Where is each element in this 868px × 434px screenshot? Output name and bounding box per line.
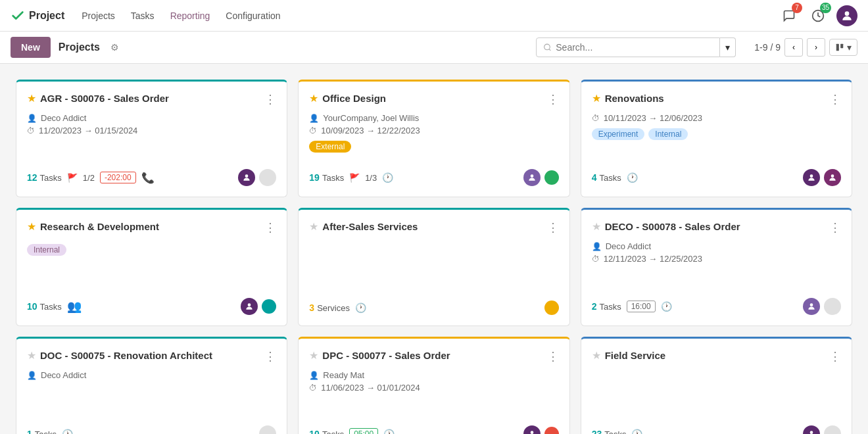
svg-point-6 [245,174,249,178]
card-title: Renovations [605,93,664,104]
star-icon[interactable]: ★ [309,220,318,233]
star-icon[interactable]: ★ [309,92,318,105]
count-number: 2 [592,301,597,312]
new-button[interactable]: New [11,37,51,58]
star-icon[interactable]: ★ [27,349,36,362]
search-icon [543,43,552,52]
svg-point-13 [810,431,813,434]
card-meta: 👤 Deco Addict [27,370,276,380]
card-footer: 12 Tasks 🚩 1/2 -202:00 📞 [27,164,276,186]
card-menu-icon[interactable]: ⋮ [829,220,841,235]
card-menu-icon[interactable]: ⋮ [547,92,559,107]
star-icon[interactable]: ★ [592,220,601,233]
prev-page-button[interactable]: ‹ [784,38,803,57]
clock-button[interactable]: 35 [808,5,829,26]
avatar [803,425,820,434]
nav-link-tasks[interactable]: Tasks [130,8,156,24]
pagination-text: 1-9 / 9 [754,42,781,53]
nav-link-configuration[interactable]: Configuration [224,8,281,24]
star-icon[interactable]: ★ [592,92,601,105]
card-menu-icon[interactable]: ⋮ [829,349,841,364]
tasks-count: 1 Tasks [27,429,57,434]
messages-button[interactable]: 7 [779,5,800,26]
footer-right [803,425,841,434]
count-label: Tasks [599,302,621,312]
card-menu-icon[interactable]: ⋮ [264,92,276,107]
messages-badge: 7 [792,3,802,13]
card-menu-icon[interactable]: ⋮ [547,220,559,235]
clock-badge: 35 [820,3,831,13]
phone-icon: 📞 [141,172,155,184]
project-card: ★ Office Design ⋮ 👤 YourCompany, Joel Wi… [298,80,569,197]
meta-dates: ⏱ 10/11/2023 → 12/06/2023 [592,113,841,123]
count-label: Tasks [322,429,344,435]
svg-point-2 [544,44,550,50]
clock-icon: 🕐 [382,172,393,183]
date-range: 11/20/2023 → 01/15/2024 [39,126,137,135]
svg-point-11 [810,303,813,306]
meta-customer: 👤 Ready Mat [309,370,558,380]
star-icon[interactable]: ★ [592,349,601,362]
nav-link-projects[interactable]: Projects [80,8,116,24]
card-header: ★ After-Sales Services ⋮ [309,220,558,235]
card-header: ★ Office Design ⋮ [309,92,558,107]
footer-right [238,169,276,186]
count-number: 10 [309,429,320,434]
star-icon[interactable]: ★ [27,92,36,105]
tasks-count: 23 Tasks [592,429,627,434]
avatar-placeholder [824,298,841,315]
tasks-count: 2 Tasks [592,301,621,312]
people-icon: 👥 [67,299,82,314]
nav-link-reporting[interactable]: Reporting [169,8,212,24]
next-page-button[interactable]: › [807,38,825,57]
card-meta: 👤 Deco Addict ⏱ 11/20/2023 → 01/15/2024 [27,113,276,135]
clock-icon: 🕐 [62,429,73,434]
tags-row: Experiment Internal [592,128,841,140]
search-dropdown[interactable]: ▾ [720,37,736,57]
count-label: Tasks [599,173,621,183]
tags-row: Internal [27,244,276,256]
date-icon: ⏱ [309,383,317,393]
count-label: Tasks [40,173,62,183]
tag-internal: Internal [648,128,688,140]
footer-left: 1 Tasks 🕐 [27,429,73,434]
meta-customer: 👤 Deco Addict [592,241,841,251]
app-logo[interactable]: Project [11,9,64,23]
footer-right [803,298,841,315]
card-footer: 4 Tasks 🕐 [592,164,841,186]
card-menu-icon[interactable]: ⋮ [547,349,559,364]
card-header: ★ DOC - S00075 - Renovation Architect ⋮ [27,349,276,364]
meta-customer: 👤 Deco Addict [27,370,276,380]
settings-icon[interactable]: ⚙ [110,42,119,53]
person-icon: 👤 [27,371,37,380]
star-icon[interactable]: ★ [27,220,36,233]
card-footer: 19 Tasks 🚩 1/3 🕐 [309,164,558,186]
card-title: Research & Development [40,221,159,232]
view-toggle[interactable]: ▾ [829,39,857,56]
page-title: Projects [59,41,100,53]
avatar [523,425,541,434]
card-menu-icon[interactable]: ⋮ [264,220,276,235]
svg-line-3 [549,49,550,51]
count-label: Tasks [322,173,344,183]
footer-left: 10 Tasks 05:00 🕐 [309,428,395,434]
avatar [803,169,820,186]
count-number: 12 [27,172,37,183]
top-navigation: Project Projects Tasks Reporting Configu… [0,0,868,32]
date-range: 10/09/2023 → 12/22/2023 [321,126,420,135]
user-avatar[interactable] [836,5,857,26]
project-card: ★ After-Sales Services ⋮ 3 Services 🕐 [298,208,569,326]
card-menu-icon[interactable]: ⋮ [829,92,841,107]
svg-point-9 [831,174,834,178]
meta-dates: ⏱ 10/09/2023 → 12/22/2023 [309,126,558,135]
person-icon: 👤 [309,114,319,123]
card-title: Field Service [605,350,666,361]
star-icon[interactable]: ★ [309,349,318,362]
card-title-row: ★ Research & Development [27,220,264,233]
meta-customer: 👤 YourCompany, Joel Willis [309,113,558,123]
avatar [238,169,255,186]
search-input[interactable] [556,42,713,53]
count-number: 3 [309,302,314,313]
count-number: 10 [27,301,37,312]
card-menu-icon[interactable]: ⋮ [264,349,276,364]
